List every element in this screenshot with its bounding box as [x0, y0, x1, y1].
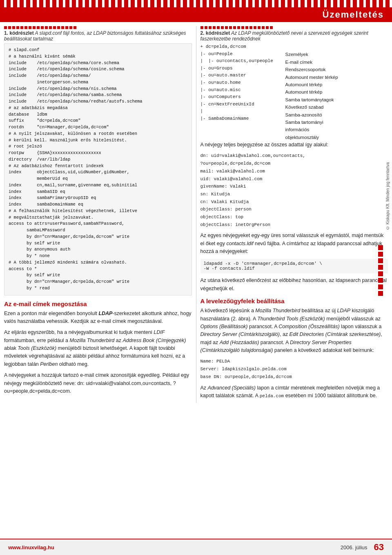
- ldap-desc-3: Rendszercsoportok: [285, 66, 388, 73]
- right-column: 2. kódrészlet Az LDAP megkülönböztető ne…: [196, 26, 388, 403]
- ldap-desc-4: Automount mester térkép: [285, 74, 388, 81]
- ldap-desc-6: Automount térkép: [285, 88, 388, 96]
- top-border: [0, 0, 392, 7]
- main-content: 1. kódrészlet A slapd.conf fájl fontos, …: [0, 22, 392, 407]
- section2-heading: A levelezőügyfelek beállítása: [200, 298, 388, 304]
- code-label-1: 1. kódrészlet A slapd.conf fájl fontos, …: [4, 30, 192, 42]
- footer-right: 2006. július 63: [341, 542, 384, 553]
- footer-page: 63: [374, 542, 384, 553]
- vcard-block: dn: uid=valaki@valahol.com,ou=contacts, …: [200, 152, 388, 228]
- footer: www.linuxvilag.hu 2006. július 63: [0, 539, 392, 555]
- ldap-desc-blank: [285, 43, 388, 51]
- section1-heading: Az e-mail címek megosztása: [4, 300, 192, 307]
- ldap-tree-right-labels: Személyek E-mail címek Rendszercsoportok…: [282, 43, 388, 141]
- header-title: Üzemeltetés: [323, 9, 384, 20]
- right-section-dots: [200, 26, 388, 29]
- vcard-intro: A névjegy teljes bejegyzése az összes ad…: [200, 141, 388, 149]
- ldap-tree-block: + dc=pelda,dc=com |- ou=People | |- ou=c…: [200, 43, 388, 141]
- ldap-command: ldapadd -x -D 'cn=manager,dc=pelda,dc=co…: [200, 259, 388, 273]
- code-block-1: # slapd.conf # a használni kívánt sémák …: [4, 43, 192, 295]
- ldap-tree-left: + dc=pelda,dc=com |- ou=People | |- ou=c…: [200, 43, 282, 141]
- header-bar: Üzemeltetés: [0, 7, 392, 22]
- copyright-text: © Kiskapu Kft. Minden jog fenntartva: [385, 162, 390, 230]
- ldap-desc-1: Személyek: [285, 51, 388, 58]
- section2-body: A következő lépésünk a Mozilla Thunderbi…: [200, 307, 388, 354]
- ldap-desc-7: Samba tartománytagok: [285, 96, 388, 103]
- right-body-2: Az utána következő ellenőrzést az előbbi…: [200, 277, 388, 293]
- left-section-dots: [4, 26, 192, 29]
- pelda-block: Name: PELDA Server: ldapkiszolgalo.pelda…: [200, 358, 388, 380]
- footer-year: 2006. július: [341, 544, 368, 551]
- right-body-3: Az Advanced (Speciális) lapon a címtár m…: [200, 384, 388, 400]
- left-column: 1. kódrészlet A slapd.conf fájl fontos, …: [4, 26, 192, 403]
- right-dots-decoration: [378, 245, 383, 296]
- section1-body-2: Az eljárás egyszerűbb, ha a névjegyalbum…: [4, 329, 192, 368]
- ldap-desc-2: E-mail címek: [285, 58, 388, 66]
- section1-body-1: Ezen a ponton már elegendően bonyolult L…: [4, 310, 192, 326]
- copyright-vertical: © Kiskapu Kft. Minden jog fenntartva: [383, 33, 392, 360]
- footer-website: www.linuxvilag.hu: [8, 544, 54, 551]
- ldap-desc-9: Samba tartományiinformációsobjektumosztá…: [285, 119, 388, 141]
- section1-body-3: A névjegyeket a hozzájuk tartozó e-mail …: [4, 371, 192, 395]
- right-body-1: Az egyes névjegyeket egy-egy üres sorral…: [200, 232, 388, 255]
- ldap-desc-5: Automount térkép: [285, 81, 388, 88]
- code-label-2: 2. kódrészlet Az LDAP megkülönböztető ne…: [200, 30, 388, 42]
- ldap-desc-8: Következő szabadSamba-azonosító: [285, 103, 388, 119]
